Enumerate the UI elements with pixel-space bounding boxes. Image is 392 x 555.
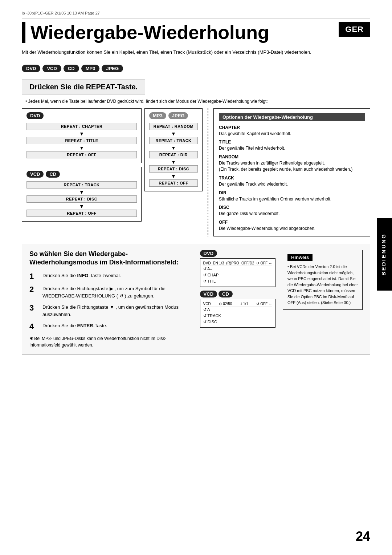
- dvd-flow-box: DVD REPEAT : CHAPTER ▼ REPEAT : TITLE ▼ …: [22, 108, 142, 163]
- badge-jpeg: JPEG: [102, 65, 123, 72]
- vcdcd-disk-screen: VCD⊙ 02/50♩ 1/1↺ OFF ← ↺ A– ↺ TRACK ↺ DI…: [200, 299, 275, 328]
- badge-cd: CD: [64, 65, 79, 72]
- badge-mp3: MP3: [81, 65, 100, 72]
- bedienung-bar: BEDIENUNG: [377, 218, 392, 291]
- option-desc-track: Der gewählte Track wird wiederholt.: [219, 181, 365, 187]
- section-heading-suffix: -Taste.: [115, 83, 138, 91]
- steps-col: So wählen Sie den Wiedergabe-Wiederholun…: [29, 250, 193, 348]
- option-term-track: TRACK: [219, 175, 365, 181]
- option-desc-random: Die Tracks werden in zufälliger Reihenfo…: [219, 160, 365, 173]
- step-4-text: Drücken Sie die ENTER-Taste.: [42, 322, 107, 329]
- option-desc-chapter: Das gewählte Kapitel wird wiederholt.: [219, 131, 365, 137]
- dvd-screen-item-1: ↺ A–: [203, 266, 272, 272]
- dvd-screen-label: DVD: [200, 250, 217, 257]
- dvd-arrow-1: ▼: [26, 131, 137, 137]
- option-term-title: TITLE: [219, 139, 365, 145]
- mp3jpeg-item-random: REPEAT : RANDOM: [149, 123, 198, 130]
- option-term-off: OFF: [219, 220, 365, 225]
- media-badges: DVD VCD CD MP3 JPEG: [22, 65, 370, 72]
- vcdcd-screen-item-2: ↺ TRACK: [203, 313, 272, 319]
- dvd-item-chapter: REPEAT : CHAPTER: [26, 123, 137, 130]
- dvd-item-title: REPEAT : TITLE: [26, 137, 137, 144]
- dvd-item-off: REPEAT : OFF: [26, 151, 137, 158]
- jpeg-label: JPEG: [168, 112, 188, 119]
- dvd-screen-item-2: ↺ CHAP: [203, 272, 272, 278]
- subtitle-text: Mit der Wiederholungsfunktion können Sie…: [22, 49, 370, 56]
- footnote: Bei MP3- und JPEG-Disks kann die Wiederh…: [29, 335, 193, 348]
- mp3-label: MP3: [149, 112, 166, 119]
- vcdcd-screen-item-1: ↺ A–: [203, 307, 272, 313]
- mp3jpeg-flow-title: MP3 JPEG: [149, 112, 198, 119]
- hinweis-box: Hinweis Bei VCDs der Version 2.0 ist die…: [283, 250, 363, 310]
- badge-dvd: DVD: [22, 65, 40, 72]
- mp3jpeg-item-track: REPEAT : TRACK: [149, 137, 198, 144]
- dvd-screen-item-3: ↺ TITL: [203, 278, 272, 284]
- step-2-text: Drücken Sie die Richtungstaste ▶ , um zu…: [42, 285, 193, 299]
- option-term-chapter: CHAPTER: [219, 125, 365, 130]
- mp3jpeg-arrow-1: ▼: [149, 131, 198, 137]
- option-term-random: RANDOM: [219, 154, 365, 159]
- dvd-screen-row-0: DVDEN 1/3(R)PROOFF/D2↺ OFF ←: [203, 261, 272, 266]
- vcdcd-flow-box: VCD CD REPEAT : TRACK ▼ REPEAT : DISC ▼ …: [22, 167, 142, 222]
- mp3jpeg-arrow-3: ▼: [149, 159, 198, 165]
- bottom-section: So wählen Sie den Wiedergabe-Wiederholun…: [22, 244, 370, 355]
- options-title: Optionen der Wiedergabe-Wiederholung: [219, 113, 365, 121]
- step-2: 2 Drücken Sie die Richtungstaste ▶ , um …: [29, 285, 193, 299]
- mp3jpeg-item-dir: REPEAT : DIR: [149, 151, 198, 158]
- cd-label: CD: [46, 171, 60, 178]
- option-desc-off: Die Wiedergabe-Wiederholung wird abgebro…: [219, 226, 365, 232]
- vcdcd-item-track: REPEAT : TRACK: [26, 181, 137, 189]
- step-3: 3 Drücken Sie die Richtungstaste ▼ , um …: [29, 304, 193, 318]
- dvd-flow-title: DVD: [26, 112, 137, 119]
- vcdcd-item-disc: REPEAT : DISC: [26, 195, 137, 203]
- step-1-number: 1: [29, 272, 38, 281]
- vcdcd-flow-title: VCD CD: [26, 171, 137, 178]
- section-heading: Drücken Sie die REPEAT-Taste.: [22, 80, 145, 94]
- step-1-text: Drücken Sie die INFO-Taste zweimal.: [42, 272, 121, 279]
- vcd-screen-label: VCD: [200, 291, 217, 297]
- option-desc-title: Der gewählte Titel wird wiederholt.: [219, 145, 365, 151]
- option-term-disc: DISC: [219, 205, 365, 210]
- meta-line: lp~30p(P10)-GER 2/1/05 10:13 AM Page 27: [22, 11, 370, 19]
- dvd-arrow-2: ▼: [26, 145, 137, 151]
- step-4-number: 4: [29, 322, 38, 331]
- mp3jpeg-arrow-4: ▼: [149, 173, 198, 179]
- right-options: Optionen der Wiedergabe-Wiederholung CHA…: [213, 108, 370, 236]
- left-flows: DVD REPEAT : CHAPTER ▼ REPEAT : TITLE ▼ …: [22, 108, 142, 236]
- flow-section: DVD REPEAT : CHAPTER ▼ REPEAT : TITLE ▼ …: [22, 108, 370, 236]
- options-box: Optionen der Wiedergabe-Wiederholung CHA…: [213, 108, 370, 236]
- mp3jpeg-item-disc: REPEAT : DISC: [149, 165, 198, 173]
- step-3-text: Drücken Sie die Richtungstaste ▼ , um de…: [42, 304, 193, 318]
- dvd-label: DVD: [26, 112, 44, 119]
- bottom-title: So wählen Sie den Wiedergabe-Wiederholun…: [29, 250, 193, 267]
- disk-info-col: DVD DVDEN 1/3(R)PROOFF/D2↺ OFF ← ↺ A– ↺ …: [200, 250, 275, 328]
- step-1: 1 Drücken Sie die INFO-Taste zweimal.: [29, 272, 193, 281]
- ger-badge: GER: [339, 22, 370, 37]
- option-desc-disc: Die ganze Disk wird wiederholt.: [219, 211, 365, 217]
- dotted-separator: [208, 108, 208, 236]
- mp3jpeg-flow-box: MP3 JPEG REPEAT : RANDOM ▼ REPEAT : TRAC…: [144, 108, 203, 191]
- option-desc-dir: Sämtliche Tracks im gewählten Ordner wer…: [219, 196, 365, 202]
- repeat-bullet-note: Jedes Mal, wenn die Taste bei laufender …: [25, 99, 370, 104]
- step-4: 4 Drücken Sie die ENTER-Taste.: [29, 322, 193, 331]
- main-title: Wiedergabe-Wiederholung: [22, 22, 370, 43]
- vcdcd-screen-group: VCD CD VCD⊙ 02/50♩ 1/1↺ OFF ← ↺ A– ↺ TRA…: [200, 291, 275, 328]
- mp3jpeg-item-off: REPEAT : OFF: [149, 179, 198, 187]
- vcdcd-screen-row-0: VCD⊙ 02/50♩ 1/1↺ OFF ←: [203, 301, 272, 307]
- dvd-screen-group: DVD DVDEN 1/3(R)PROOFF/D2↺ OFF ← ↺ A– ↺ …: [200, 250, 275, 287]
- mp3jpeg-arrow-2: ▼: [149, 145, 198, 151]
- dvd-disk-screen: DVDEN 1/3(R)PROOFF/D2↺ OFF ← ↺ A– ↺ CHAP…: [200, 258, 275, 287]
- vcdcd-screen-item-3: ↺ DISC: [203, 319, 272, 325]
- vcd-label: VCD: [26, 171, 44, 178]
- page-number: 24: [356, 529, 370, 544]
- badge-vcd: VCD: [42, 65, 61, 72]
- step-3-number: 3: [29, 304, 38, 312]
- vcdcd-arrow-1: ▼: [26, 189, 137, 195]
- page-container: lp~30p(P10)-GER 2/1/05 10:13 AM Page 27 …: [0, 0, 392, 555]
- step-2-number: 2: [29, 285, 38, 294]
- option-term-dir: DIR: [219, 190, 365, 195]
- hinweis-title: Hinweis: [287, 254, 313, 261]
- vcdcd-item-off: REPEAT : OFF: [26, 210, 137, 217]
- vcdcd-arrow-2: ▼: [26, 203, 137, 209]
- section-heading-prefix: Drücken Sie die: [29, 83, 86, 91]
